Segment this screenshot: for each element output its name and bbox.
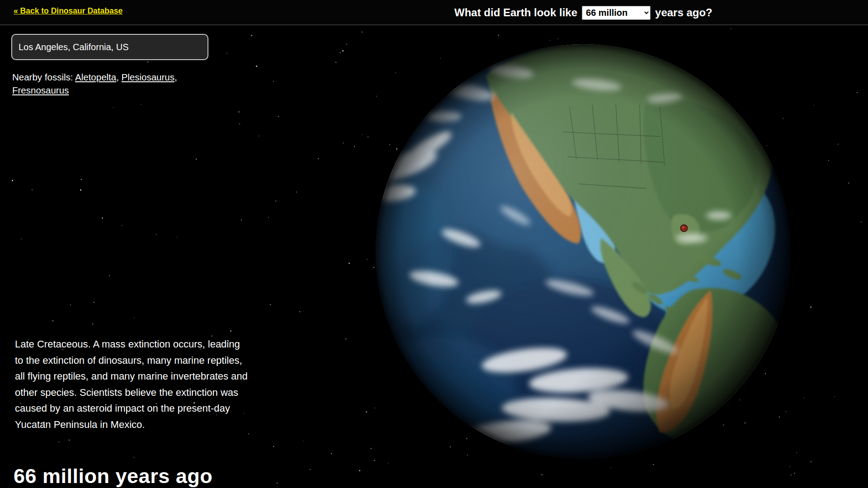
star (278, 116, 279, 117)
star (354, 146, 355, 147)
nearby-fossils-text: Nearby fossils: Aletopelta, Plesiosaurus… (12, 70, 207, 97)
star (857, 92, 858, 93)
star (367, 259, 368, 260)
star (94, 302, 94, 303)
star (359, 470, 360, 471)
star (273, 446, 274, 447)
page-title: What did Earth look like 66 million year… (454, 0, 712, 25)
star (541, 474, 542, 475)
star (196, 159, 197, 160)
star (861, 221, 862, 222)
title-prefix: What did Earth look like (454, 6, 577, 19)
star (331, 453, 332, 454)
star (557, 38, 558, 39)
star (811, 461, 811, 462)
star (230, 330, 231, 332)
star (366, 411, 367, 413)
star (345, 338, 346, 339)
star (70, 305, 71, 305)
star (340, 52, 341, 53)
star (270, 304, 271, 305)
star (796, 452, 797, 453)
star (388, 463, 389, 464)
star (80, 189, 81, 191)
star (370, 448, 372, 449)
star (133, 457, 134, 458)
era-heading: 66 million years ago (14, 465, 212, 488)
star (349, 263, 350, 264)
star (838, 144, 839, 145)
star (69, 440, 70, 441)
star (346, 44, 347, 45)
star (653, 464, 654, 465)
header-bar: « Back to Dinosaur Database What did Ear… (0, 0, 868, 25)
star (134, 317, 135, 318)
star (275, 201, 276, 202)
star (251, 35, 252, 36)
star (277, 483, 278, 483)
star (368, 136, 368, 137)
star (256, 66, 257, 67)
star (791, 474, 792, 475)
star (238, 111, 240, 113)
star (810, 306, 811, 308)
star (789, 466, 790, 467)
star (813, 105, 814, 106)
location-search-input[interactable] (11, 34, 208, 60)
star (834, 396, 835, 397)
star (731, 28, 731, 29)
time-period-select[interactable]: 66 million (582, 6, 651, 20)
star (147, 61, 148, 62)
fossil-link-plesiosaurus[interactable]: Plesiosaurus (122, 72, 175, 82)
star (828, 160, 829, 161)
star (12, 180, 13, 181)
star (498, 35, 499, 36)
star (113, 107, 113, 108)
star (248, 433, 249, 434)
star (52, 320, 53, 321)
star (122, 225, 123, 226)
star (310, 469, 311, 470)
star (303, 441, 304, 441)
star (549, 40, 550, 41)
star (335, 62, 336, 63)
star (342, 50, 344, 52)
back-to-dinosaur-database-link[interactable]: « Back to Dinosaur Database (14, 6, 123, 16)
star (241, 220, 242, 221)
star (804, 398, 805, 399)
nearby-fossils-label: Nearby fossils: (12, 72, 73, 82)
star (343, 142, 344, 144)
star (32, 189, 33, 190)
star (318, 158, 319, 159)
star (299, 311, 300, 312)
earth-globe[interactable] (375, 44, 791, 460)
star (373, 267, 374, 268)
star (21, 239, 22, 239)
star (102, 217, 103, 219)
star (109, 275, 110, 276)
limb-shading (376, 44, 791, 459)
title-suffix: years ago? (655, 6, 712, 19)
star (141, 104, 142, 105)
earth-globe-rendering (375, 44, 791, 460)
star (273, 81, 274, 82)
fossil-link-fresnosaurus[interactable]: Fresnosaurus (12, 85, 69, 95)
star (296, 192, 297, 192)
fossil-link-aletopelta[interactable]: Aletopelta (75, 72, 116, 82)
star (268, 217, 269, 218)
star (610, 467, 611, 468)
star (226, 53, 227, 54)
star (92, 324, 93, 324)
star (374, 460, 375, 461)
star (794, 473, 795, 474)
star (362, 134, 363, 135)
star (58, 441, 59, 442)
star (81, 179, 82, 180)
star (177, 237, 178, 238)
star (239, 123, 240, 124)
star (848, 183, 849, 183)
star (259, 136, 259, 136)
star (362, 32, 363, 33)
star (156, 234, 157, 235)
era-description: Late Cretaceous. A mass extinction occur… (15, 336, 248, 432)
